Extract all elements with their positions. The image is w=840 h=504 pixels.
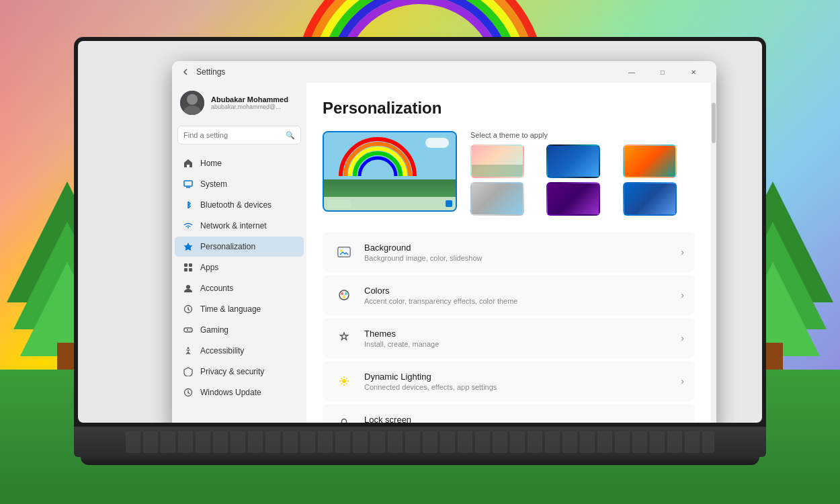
theme-thumb-6[interactable]: [623, 182, 677, 216]
sidebar-item-accessibility-label: Accessibility: [200, 346, 244, 355]
theme-thumb-3-inner: [624, 146, 675, 177]
sidebar-item-apps-label: Apps: [200, 263, 218, 272]
sidebar-item-accounts-label: Accounts: [200, 284, 233, 293]
dynamic-lighting-icon: [333, 370, 355, 392]
background-text: Background Background image, color, slid…: [364, 243, 681, 262]
lock-screen-title: Lock screen: [364, 415, 681, 423]
settings-item-colors[interactable]: Colors Accent color, transparency effect…: [323, 275, 695, 315]
preview-taskbar-bar: [327, 200, 351, 208]
sidebar-item-home[interactable]: Home: [175, 153, 304, 173]
sidebar-item-bluetooth[interactable]: Bluetooth & devices: [175, 195, 304, 215]
theme-select-label: Select a theme to apply: [470, 131, 695, 139]
svg-point-26: [187, 347, 190, 349]
minimize-button[interactable]: —: [617, 62, 646, 82]
svg-point-38: [341, 292, 343, 295]
settings-item-lock-screen[interactable]: Lock screen Lock screen images, apps, an…: [323, 404, 695, 423]
background-arrow: ›: [681, 247, 684, 257]
theme-section: Select a theme to apply: [323, 131, 695, 216]
theme-thumb-5[interactable]: [546, 182, 600, 216]
theme-grid: [470, 144, 695, 216]
background-icon: [333, 241, 355, 263]
sidebar-item-gaming[interactable]: Gaming: [175, 320, 304, 340]
lock-screen-icon: [333, 413, 355, 423]
user-info: Abubakar Mohammed abubakar.mohammed@...: [211, 95, 298, 110]
scrollbar-track[interactable]: [711, 83, 716, 423]
dynamic-lighting-title: Dynamic Lighting: [364, 372, 681, 382]
colors-desc: Accent color, transparency effects, colo…: [364, 297, 681, 305]
themes-arrow: ›: [681, 333, 684, 343]
lock-screen-text: Lock screen Lock screen images, apps, an…: [364, 415, 681, 423]
theme-thumb-4-inner: [472, 183, 523, 214]
lock-screen-arrow: ›: [681, 419, 684, 423]
sidebar-item-accessibility[interactable]: Accessibility: [175, 341, 304, 361]
sidebar-item-time[interactable]: Time & language: [175, 299, 304, 319]
avatar: [180, 91, 204, 115]
user-profile[interactable]: Abubakar Mohammed abubakar.mohammed@...: [172, 83, 306, 126]
svg-point-41: [342, 379, 346, 383]
dynamic-lighting-arrow: ›: [681, 376, 684, 386]
sidebar-item-privacy[interactable]: Privacy & security: [175, 362, 304, 382]
theme-thumb-4[interactable]: [470, 182, 524, 216]
preview-inner: [324, 132, 456, 210]
search-box[interactable]: 🔍: [177, 126, 301, 144]
themes-title: Themes: [364, 329, 681, 339]
theme-thumb-3[interactable]: [623, 144, 677, 178]
preview-taskbar: [324, 197, 456, 210]
settings-item-dynamic-lighting[interactable]: Dynamic Lighting Connected devices, effe…: [323, 361, 695, 401]
settings-item-background[interactable]: Background Background image, color, slid…: [323, 232, 695, 272]
theme-thumb-1[interactable]: [470, 144, 524, 178]
window-title: Settings: [196, 67, 617, 77]
update-icon: [183, 387, 194, 398]
sidebar-item-update[interactable]: Windows Update: [175, 382, 304, 403]
theme-thumb-2-inner: [548, 146, 599, 177]
colors-title: Colors: [364, 286, 681, 296]
sidebar-item-system[interactable]: System: [175, 174, 304, 194]
theme-thumbnails: Select a theme to apply: [470, 131, 695, 216]
user-name: Abubakar Mohammed: [211, 95, 298, 103]
laptop-frame: Settings — □ ✕: [64, 37, 776, 504]
back-button[interactable]: [180, 67, 191, 77]
sidebar-item-time-label: Time & language: [200, 304, 261, 314]
apps-icon: [183, 262, 194, 273]
keyboard: [74, 427, 766, 457]
svg-rect-35: [338, 247, 350, 257]
svg-rect-18: [184, 181, 192, 186]
sidebar-item-apps[interactable]: Apps: [175, 257, 304, 278]
network-icon: [183, 220, 194, 231]
sidebar-item-privacy-label: Privacy & security: [200, 367, 264, 376]
time-icon: [183, 304, 194, 314]
settings-list: Background Background image, color, slid…: [323, 232, 695, 423]
background-title: Background: [364, 243, 681, 253]
svg-point-16: [187, 94, 198, 105]
sidebar-item-update-label: Windows Update: [200, 388, 261, 397]
sidebar: Abubakar Mohammed abubakar.mohammed@... …: [172, 83, 306, 423]
themes-desc: Install, create, manage: [364, 340, 681, 348]
colors-text: Colors Accent color, transparency effect…: [364, 286, 681, 305]
search-input[interactable]: [183, 131, 286, 139]
dynamic-lighting-desc: Connected devices, effects, app settings: [364, 383, 681, 391]
themes-text: Themes Install, create, manage: [364, 329, 681, 348]
colors-icon: [333, 284, 355, 306]
theme-thumb-6-inner: [624, 183, 675, 214]
privacy-icon: [183, 366, 194, 377]
close-button[interactable]: ✕: [679, 62, 708, 82]
theme-thumb-1-inner: [472, 146, 523, 177]
search-icon: 🔍: [286, 131, 295, 140]
preview-cloud: [425, 138, 449, 148]
theme-thumb-2[interactable]: [546, 144, 600, 178]
scrollbar-thumb[interactable]: [712, 103, 716, 143]
svg-point-39: [345, 292, 347, 295]
settings-item-themes[interactable]: Themes Install, create, manage ›: [323, 318, 695, 358]
sidebar-item-network[interactable]: Network & internet: [175, 216, 304, 236]
sidebar-item-personalization[interactable]: Personalization: [175, 237, 304, 257]
sidebar-item-home-label: Home: [200, 159, 222, 168]
current-theme-preview: [323, 131, 457, 212]
sidebar-item-accounts[interactable]: Accounts: [175, 278, 304, 298]
laptop-chin: [81, 457, 759, 465]
themes-icon: [333, 327, 355, 349]
user-email: abubakar.mohammed@...: [211, 103, 298, 110]
dynamic-lighting-text: Dynamic Lighting Connected devices, effe…: [364, 372, 681, 391]
personalization-icon: [183, 241, 194, 252]
svg-rect-20: [189, 263, 192, 267]
maximize-button[interactable]: □: [648, 62, 677, 82]
